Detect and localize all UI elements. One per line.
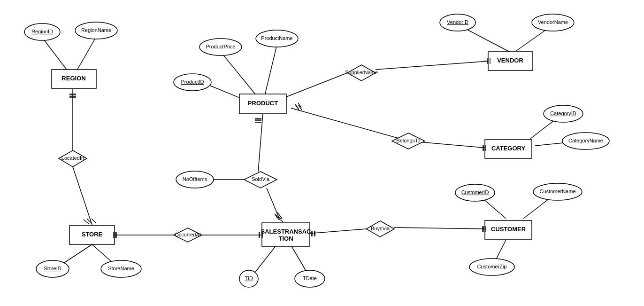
er-diagram: REGION PRODUCT VENDOR CATEGORY STORE SAL… bbox=[0, 0, 644, 306]
attr-regionname-label: RegionName bbox=[81, 27, 111, 33]
attr-tid-label: TID bbox=[245, 275, 253, 281]
attr-productname-label: ProductName bbox=[261, 35, 292, 41]
attr-categoryid-label: CategoryID bbox=[550, 110, 576, 116]
attr-storename-label: StoreName bbox=[108, 266, 134, 271]
entity-store-label: STORE bbox=[82, 231, 103, 238]
svg-line-44 bbox=[291, 108, 408, 141]
entity-region-label: REGION bbox=[61, 75, 85, 82]
svg-line-22 bbox=[267, 188, 279, 219]
relation-soldvia-label: SoldVia bbox=[252, 176, 270, 182]
entity-vendor-label: VENDOR bbox=[497, 57, 523, 64]
entity-salestransaction-label1: SALESTRANSAC bbox=[261, 228, 312, 235]
relation-belongsto-label: BelongsTo bbox=[396, 138, 420, 143]
relation-occurredat-label: OccurredAt bbox=[175, 232, 201, 237]
attr-storeid-label: StoreID bbox=[44, 266, 61, 271]
relation-buysvia-label: BuysVia bbox=[371, 226, 390, 231]
svg-line-71 bbox=[295, 104, 299, 109]
attr-productprice-label: ProductPrice bbox=[206, 44, 236, 49]
svg-line-41 bbox=[376, 61, 488, 70]
relation-suppliername-label: SupplierName bbox=[345, 70, 378, 75]
svg-line-28 bbox=[307, 229, 366, 234]
attr-categoryname-label: CategoryName bbox=[568, 138, 603, 143]
attr-productid-label: ProductID bbox=[181, 79, 204, 85]
attr-vendorid-label: VendorID bbox=[447, 19, 468, 25]
entity-customer-label: CUSTOMER bbox=[491, 226, 526, 233]
relation-locatedin-label: LocatedIn bbox=[61, 155, 84, 161]
attr-vendorname-label: VendorName bbox=[538, 19, 568, 25]
entity-salestransaction-label2: TION bbox=[278, 235, 293, 242]
entity-category-label: CATEGORY bbox=[491, 145, 526, 152]
entity-product-label: PRODUCT bbox=[248, 100, 278, 107]
svg-line-37 bbox=[282, 73, 347, 99]
attr-customerzip-label: CustomerZip bbox=[477, 264, 507, 269]
svg-line-31 bbox=[394, 228, 488, 229]
svg-line-7 bbox=[92, 219, 96, 223]
attr-tdate-label: TDate bbox=[303, 275, 317, 281]
attr-noofitems-label: NoOfItems bbox=[183, 176, 207, 182]
attr-customername-label: CustomerName bbox=[539, 188, 575, 194]
attr-regionid-label: RegionID bbox=[31, 29, 53, 34]
svg-line-5 bbox=[73, 167, 92, 225]
attr-customerid-label: CustomerID bbox=[461, 189, 489, 195]
